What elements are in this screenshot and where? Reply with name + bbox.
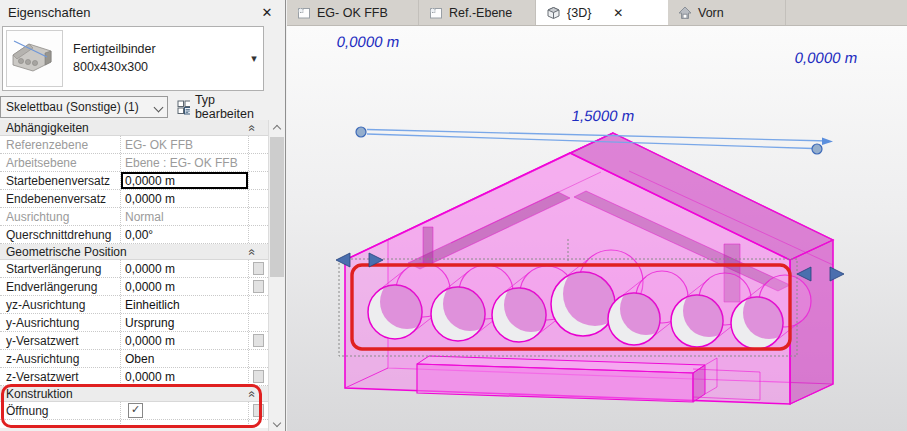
associate-param-button[interactable] xyxy=(253,404,264,417)
assoc-col xyxy=(248,314,268,331)
prop-label: z-Versatzwert xyxy=(0,368,121,385)
tab-eg-ok-ffb[interactable]: EG- OK FFB xyxy=(287,0,419,25)
scrollbar-thumb[interactable] xyxy=(270,137,284,277)
prop-label: Querschnittdrehung xyxy=(0,226,121,243)
prop-value-input[interactable]: 0,0000 m xyxy=(121,332,248,349)
prop-label: Startverlängerung xyxy=(0,260,121,277)
prop-value-input[interactable]: 0,00° xyxy=(121,226,248,243)
assoc-col xyxy=(248,402,268,419)
prop-value-input[interactable]: 0,0000 m xyxy=(121,190,248,207)
prop-value-input[interactable]: 0,0000 m xyxy=(121,260,248,277)
prop-label: yz-Ausrichtung xyxy=(0,296,121,313)
3d-view-icon xyxy=(546,6,561,20)
tab-label: Ref.-Ebene xyxy=(449,6,512,20)
3d-viewport[interactable]: 0,0000 m 1,5000 m 0,0000 m xyxy=(287,25,907,431)
prop-row-clipped xyxy=(0,420,268,428)
assoc-col xyxy=(248,260,268,277)
collapse-icon[interactable]: « xyxy=(248,248,258,255)
chevron-down-icon xyxy=(154,102,164,112)
close-icon[interactable]: ✕ xyxy=(257,5,277,20)
3d-scene: 0,0000 m 1,5000 m 0,0000 m xyxy=(287,26,907,431)
revit-window: Eigenschaften ✕ Fertigteilbinder 800x430… xyxy=(0,0,907,431)
oeffnung-checkbox[interactable]: ✓ xyxy=(128,403,143,418)
dimension-text-right[interactable]: 0,0000 m xyxy=(793,49,858,66)
tab-label: EG- OK FFB xyxy=(317,6,388,20)
assoc-col xyxy=(248,278,268,295)
type-preview-image xyxy=(6,30,63,87)
prop-row-querschnittdrehung: Querschnittdrehung 0,00° xyxy=(0,226,268,244)
tab-3d[interactable]: {3D} ✕ xyxy=(536,0,668,25)
prop-value-input[interactable]: 0,0000 m xyxy=(121,172,248,189)
prop-label: Öffnung xyxy=(0,402,121,419)
prop-label: y-Ausrichtung xyxy=(0,314,121,331)
associate-param-button[interactable] xyxy=(253,334,264,347)
property-table: Abhängigkeiten « Referenzebene EG- OK FF… xyxy=(0,120,268,428)
prop-value-input[interactable]: 0,0000 m xyxy=(121,278,248,295)
prop-value: Normal xyxy=(121,208,248,225)
prop-row-endebenenversatz: Endebenenversatz 0,0000 m xyxy=(0,190,268,208)
type-selector-dropdown-icon[interactable]: ▾ xyxy=(245,52,263,65)
associate-param-button[interactable] xyxy=(253,280,264,293)
properties-panel-title: Eigenschaften xyxy=(8,5,90,20)
type-name-block: Fertigteilbinder 800x430x300 xyxy=(63,41,245,76)
prop-value xyxy=(121,420,248,428)
selection-filter-combo[interactable]: Skelettbau (Sonstige) (1) xyxy=(0,96,168,118)
scrollbar-down-arrow[interactable] xyxy=(269,415,285,430)
prop-row-startverlaengerung: Startverlängerung 0,0000 m xyxy=(0,260,268,278)
elevation-view-icon xyxy=(678,6,692,20)
edit-type-button[interactable]: Typ bearbeiten xyxy=(168,96,266,118)
panel-scrollbar[interactable] xyxy=(268,120,285,431)
tab-close-icon[interactable]: ✕ xyxy=(613,6,623,20)
dimension-text-middle[interactable]: 1,5000 m xyxy=(570,107,635,124)
prop-value-select[interactable]: Oben xyxy=(121,350,248,367)
tab-vorn[interactable]: Vorn xyxy=(668,0,786,25)
assoc-col xyxy=(248,420,268,428)
prop-label: Arbeitsebene xyxy=(0,154,121,171)
assoc-col xyxy=(248,368,268,385)
assoc-col xyxy=(248,350,268,367)
beam-thumbnail-icon xyxy=(7,31,60,84)
plan-view-icon xyxy=(429,6,443,20)
edit-type-label: Typ bearbeiten xyxy=(195,93,266,121)
assoc-col xyxy=(248,332,268,349)
prop-label: Endverlängerung xyxy=(0,278,121,295)
section-header-konstruktion[interactable]: Konstruktion « xyxy=(0,386,268,402)
prop-row-referenzebene: Referenzebene EG- OK FFB xyxy=(0,136,268,154)
assoc-col xyxy=(248,190,268,207)
prop-label: Startebenenversatz xyxy=(0,172,121,189)
prop-label: y-Versatzwert xyxy=(0,332,121,349)
properties-panel-titlebar: Eigenschaften ✕ xyxy=(0,0,285,25)
collapse-icon[interactable]: « xyxy=(248,124,258,131)
associate-param-button[interactable] xyxy=(253,370,264,383)
prop-value-input[interactable]: 0,0000 m xyxy=(121,368,248,385)
dimension-grip-right[interactable] xyxy=(812,144,822,154)
associate-param-button[interactable] xyxy=(253,262,264,275)
prop-row-y-versatzwert: y-Versatzwert 0,0000 m xyxy=(0,332,268,350)
section-title: Konstruktion xyxy=(6,387,73,401)
assoc-col xyxy=(248,136,268,153)
dimension-text-left[interactable]: 0,0000 m xyxy=(335,33,400,50)
section-title: Abhängigkeiten xyxy=(6,121,89,135)
scrollbar-up-arrow[interactable] xyxy=(269,121,285,136)
prop-row-startebenenversatz: Startebenenversatz 0,0000 m xyxy=(0,172,268,190)
tab-label: {3D} xyxy=(567,6,591,20)
prop-value-select[interactable]: Einheitlich xyxy=(121,296,248,313)
prop-label: z-Ausrichtung xyxy=(0,350,121,367)
assoc-col xyxy=(248,154,268,171)
section-header-geometrische-position[interactable]: Geometrische Position « xyxy=(0,244,268,260)
collapse-icon[interactable]: « xyxy=(248,390,258,397)
assoc-col xyxy=(248,208,268,225)
prop-row-z-ausrichtung: z-Ausrichtung Oben xyxy=(0,350,268,368)
tab-ref-ebene[interactable]: Ref.-Ebene xyxy=(419,0,536,25)
type-selector[interactable]: Fertigteilbinder 800x430x300 ▾ xyxy=(2,26,264,91)
dimension-arrow-icon xyxy=(822,138,833,146)
section-header-abhaengigkeiten[interactable]: Abhängigkeiten « xyxy=(0,120,268,136)
selection-filter-row: Skelettbau (Sonstige) (1) Typ bearbeiten xyxy=(0,95,266,119)
assoc-col xyxy=(248,172,268,189)
tab-label: Vorn xyxy=(698,6,724,20)
dimension-grip-left[interactable] xyxy=(356,127,366,137)
prop-row-y-ausrichtung: y-Ausrichtung Ursprung xyxy=(0,314,268,332)
prop-label: Ausrichtung xyxy=(0,208,121,225)
prop-value-select[interactable]: Ursprung xyxy=(121,314,248,331)
prop-row-ausrichtung: Ausrichtung Normal xyxy=(0,208,268,226)
